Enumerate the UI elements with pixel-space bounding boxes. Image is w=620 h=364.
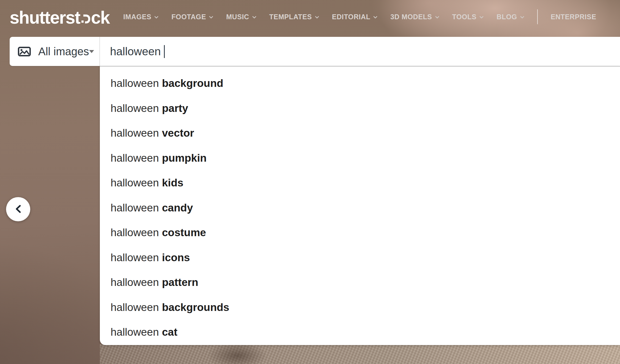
nav-divider: [537, 9, 538, 24]
search-input[interactable]: halloween: [100, 37, 620, 66]
suggestion-item-party[interactable]: halloweenparty: [100, 96, 620, 121]
chevron-down-icon: [520, 16, 524, 19]
shutter-o-icon: [81, 14, 90, 24]
suggestion-item-backgrounds[interactable]: halloweenbackgrounds: [100, 295, 620, 320]
search-suggestions-dropdown: halloweenbackground halloweenparty hallo…: [100, 66, 620, 345]
suggestion-item-icons[interactable]: halloweenicons: [100, 245, 620, 270]
collapse-panel-button[interactable]: [6, 197, 30, 221]
suggestion-item-candy[interactable]: halloweencandy: [100, 195, 620, 220]
suggestion-item-vector[interactable]: halloweenvector: [100, 121, 620, 146]
chevron-down-icon: [373, 16, 377, 19]
nav-item-footage[interactable]: FOOTAGE: [171, 13, 213, 21]
search-query-text: halloween: [110, 45, 161, 58]
nav-item-enterprise[interactable]: ENTERPRISE: [551, 13, 596, 21]
image-icon: [18, 47, 31, 56]
main-nav: IMAGES FOOTAGE MUS: [123, 0, 617, 34]
suggestion-item-background[interactable]: halloweenbackground: [100, 71, 620, 96]
chevron-left-icon: [15, 204, 22, 214]
text-cursor: [164, 45, 165, 58]
chevron-down-icon: [435, 16, 439, 19]
nav-item-tools[interactable]: TOOLS: [452, 13, 484, 21]
search-bar: All images halloween: [10, 37, 620, 66]
nav-item-templates[interactable]: TEMPLATES: [269, 13, 319, 21]
suggestion-item-kids[interactable]: halloweenkids: [100, 170, 620, 195]
shutterstock-logo[interactable]: shutterstck: [10, 4, 109, 31]
nav-item-images[interactable]: IMAGES: [123, 13, 158, 21]
nav-item-music[interactable]: MUSIC: [226, 13, 256, 21]
logo-text-prefix: shutterst: [10, 8, 80, 27]
background-fabric-texture: [100, 344, 620, 364]
suggestion-item-cat[interactable]: halloweencat: [100, 320, 620, 345]
chevron-down-icon: [479, 16, 484, 19]
chevron-down-icon: [209, 16, 213, 19]
logo-text-suffix: ck: [91, 8, 109, 27]
nav-item-3d-models[interactable]: 3D MODELS: [390, 13, 439, 21]
chevron-down-icon: [252, 16, 256, 19]
search-category-label: All images: [38, 45, 89, 58]
search-category-dropdown[interactable]: All images: [10, 37, 100, 66]
nav-item-blog[interactable]: BLOG: [496, 13, 524, 21]
caret-down-icon: [89, 50, 94, 53]
chevron-down-icon: [154, 16, 158, 19]
suggestion-item-pumpkin[interactable]: halloweenpumpkin: [100, 146, 620, 171]
site-header: shutterstck IMAGES FOOTAGE: [0, 0, 620, 37]
suggestion-item-pattern[interactable]: halloweenpattern: [100, 270, 620, 295]
chevron-down-icon: [315, 16, 319, 19]
nav-item-editorial[interactable]: EDITORIAL: [332, 13, 378, 21]
suggestion-item-costume[interactable]: halloweencostume: [100, 220, 620, 245]
